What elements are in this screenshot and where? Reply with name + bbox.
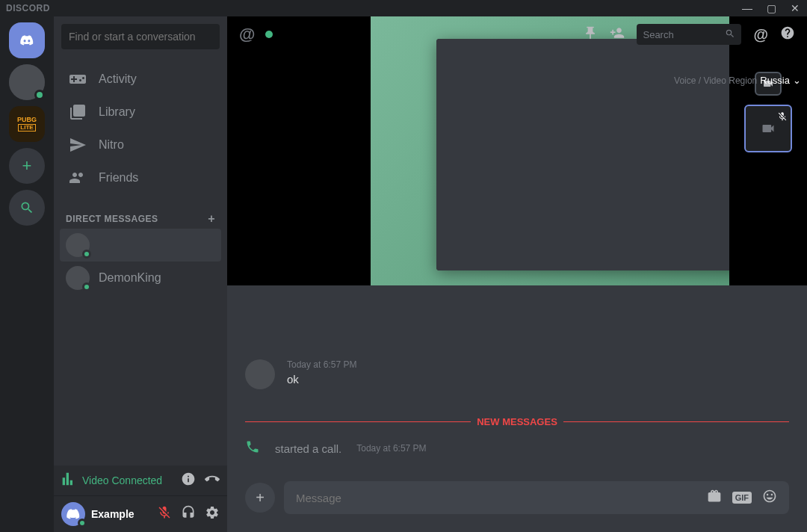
nav-activity[interactable]: Activity bbox=[60, 63, 221, 96]
close-icon[interactable]: ✕ bbox=[789, 2, 801, 14]
explore-button[interactable] bbox=[9, 190, 45, 226]
message-input-area: + GIF bbox=[227, 481, 807, 532]
gif-button[interactable]: GIF bbox=[732, 492, 752, 504]
server-avatar-1[interactable] bbox=[9, 64, 45, 100]
message-timestamp: Today at 6:57 PM bbox=[287, 359, 789, 370]
dm-item-1[interactable]: DemonKing bbox=[60, 262, 221, 294]
home-button[interactable] bbox=[9, 22, 45, 58]
new-dm-button[interactable]: + bbox=[208, 212, 215, 226]
deafen-icon[interactable] bbox=[181, 505, 196, 523]
pin-icon[interactable] bbox=[583, 25, 598, 43]
chevron-down-icon: ⌄ bbox=[793, 75, 801, 86]
window-titlebar: DISCORD — ▢ ✕ bbox=[0, 0, 807, 16]
voice-status-label: Video Connected bbox=[82, 474, 162, 486]
maximize-icon[interactable]: ▢ bbox=[765, 2, 777, 14]
add-server-button[interactable]: + bbox=[9, 148, 45, 184]
user-name: Example bbox=[91, 508, 157, 520]
attach-button[interactable]: + bbox=[245, 483, 275, 513]
dm-heading: DIRECT MESSAGES bbox=[66, 214, 158, 224]
signal-icon bbox=[61, 471, 76, 489]
help-icon[interactable] bbox=[780, 25, 795, 43]
add-friend-icon[interactable] bbox=[610, 25, 625, 43]
new-messages-divider: NEW MESSAGES bbox=[245, 416, 789, 427]
search-input[interactable]: Search bbox=[637, 24, 741, 45]
region-selector[interactable]: Voice / Video Region Russia ⌄ bbox=[674, 75, 801, 86]
nav-nitro[interactable]: Nitro bbox=[60, 129, 221, 161]
screen-share-view[interactable] bbox=[371, 16, 729, 285]
video-tile-self[interactable] bbox=[744, 105, 792, 152]
message-row: Today at 6:57 PM ok bbox=[245, 359, 789, 389]
user-panel: Example bbox=[54, 496, 227, 532]
mic-muted-icon bbox=[777, 109, 788, 127]
phone-icon bbox=[245, 439, 260, 457]
friends-icon bbox=[69, 169, 87, 187]
library-icon bbox=[69, 103, 87, 121]
mute-icon[interactable] bbox=[157, 505, 172, 523]
message-input[interactable] bbox=[296, 492, 707, 504]
mentions-icon[interactable]: @ bbox=[753, 26, 768, 43]
camera-icon bbox=[761, 121, 776, 136]
app-title: DISCORD bbox=[6, 3, 50, 13]
video-call-overlay: @ Search @ Voice / Video Region bbox=[227, 16, 807, 285]
dm-item-0[interactable] bbox=[60, 229, 221, 262]
channel-column: Activity Library Nitro Friends DIRECT ME… bbox=[54, 16, 227, 532]
disconnect-icon[interactable] bbox=[205, 471, 220, 489]
nav-friends[interactable]: Friends bbox=[60, 161, 221, 194]
gamepad-icon bbox=[69, 70, 87, 88]
search-icon bbox=[725, 26, 735, 43]
server-column: PUBG LITE + bbox=[0, 16, 54, 532]
user-avatar[interactable] bbox=[61, 502, 85, 526]
search-icon bbox=[19, 200, 34, 215]
message-avatar[interactable] bbox=[245, 359, 275, 389]
conversation-search-input[interactable] bbox=[61, 24, 220, 49]
server-pubg[interactable]: PUBG LITE bbox=[9, 106, 45, 142]
at-icon: @ bbox=[239, 25, 255, 44]
call-event-row: started a call. Today at 6:57 PM bbox=[245, 439, 789, 457]
channel-toolbar: @ Search @ bbox=[227, 16, 807, 52]
gift-icon[interactable] bbox=[707, 489, 722, 507]
chat-column: @ Search @ Voice / Video Region bbox=[227, 16, 807, 532]
status-dot-icon bbox=[265, 31, 273, 38]
nitro-icon bbox=[69, 136, 87, 154]
message-text: ok bbox=[287, 373, 789, 386]
voice-panel: Video Connected bbox=[54, 466, 227, 496]
settings-icon[interactable] bbox=[205, 505, 220, 523]
info-icon[interactable] bbox=[181, 471, 196, 489]
discord-icon bbox=[19, 33, 34, 48]
nav-library[interactable]: Library bbox=[60, 96, 221, 129]
minimize-icon[interactable]: — bbox=[741, 2, 753, 14]
emoji-icon[interactable] bbox=[762, 489, 777, 507]
